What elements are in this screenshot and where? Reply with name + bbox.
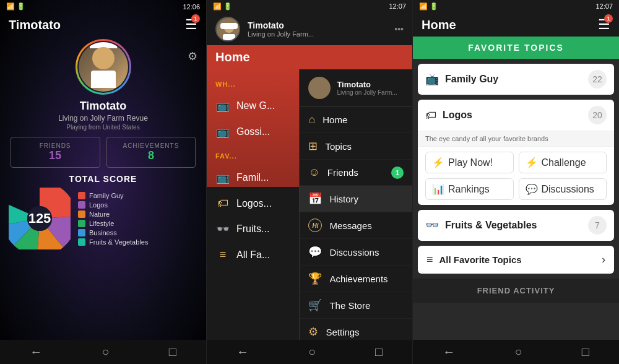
menu-label-all: All Fa... — [236, 249, 270, 261]
home-label: Home — [322, 115, 347, 125]
topic-count-logos: 20 — [588, 106, 607, 124]
sidebar-item-home[interactable]: ⌂ Home — [300, 107, 412, 133]
recent-button-2[interactable]: □ — [375, 345, 383, 359]
home-button-3[interactable]: ○ — [514, 345, 522, 359]
back-button-1[interactable]: ← — [30, 345, 42, 359]
discussions-label: Discussions — [329, 247, 379, 258]
home-button-1[interactable]: ○ — [102, 345, 109, 359]
panel2-user-info: Timotato Living on Jolly Farm... — [248, 20, 314, 38]
topic-count-fruits: 7 — [588, 216, 607, 235]
play-now-button[interactable]: ⚡ Play Now! — [425, 152, 514, 173]
friend-activity-bar: FRIEND ACTIVITY — [413, 279, 619, 303]
avatar — [79, 42, 128, 92]
pie-chart: 125 — [9, 188, 71, 249]
panel2-fav-header: FAV... — [207, 147, 299, 165]
topic-name-fruits: Fruits & Vegetables — [445, 220, 582, 231]
challenge-button[interactable]: ⚡ Challenge — [519, 152, 607, 173]
legend-dot-logos — [78, 201, 85, 209]
status-bar-2: 📶 🔋 12:07 — [207, 0, 412, 13]
sidebar-item-history[interactable]: 📅 History — [300, 186, 412, 212]
score-value: 125 — [28, 210, 51, 227]
legend-dot-nature — [78, 210, 85, 218]
achievements-icon: 🏆 — [308, 272, 322, 285]
back-button-3[interactable]: ← — [443, 345, 455, 359]
legend-label-0: Family Guy — [89, 192, 124, 199]
sidebar-item-achievements[interactable]: 🏆 Achievements — [300, 266, 412, 292]
discussions-icon: 💬 — [308, 245, 322, 259]
total-score-section: TOTAL SCORE 125 — [0, 174, 206, 249]
discussions-button[interactable]: 💬 Discussions — [519, 178, 607, 200]
friends-badge: 1 — [391, 167, 404, 179]
friend-activity-label: FRIEND ACTIVITY — [422, 286, 610, 295]
legend-label-5: Fruits & Vegetables — [89, 238, 148, 246]
friends-icon: ☺ — [308, 166, 319, 179]
recent-button-1[interactable]: □ — [169, 345, 176, 359]
sidebar-item-store[interactable]: 🛒 The Store — [300, 292, 412, 319]
legend-label-1: Logos — [89, 201, 108, 209]
bottom-nav-3: ← ○ □ — [413, 340, 619, 364]
panel3-notification[interactable]: ☰ 1 — [598, 17, 610, 33]
sidebar-item-messages[interactable]: Hi Messages — [300, 212, 412, 239]
user-name: Timotato — [80, 100, 127, 113]
topics-icon: ⊞ — [308, 139, 318, 153]
play-now-label: Play Now! — [448, 157, 493, 168]
home-button-2[interactable]: ○ — [308, 345, 316, 359]
status-bar-3: 📶 🔋 12:07 — [413, 0, 619, 13]
sidebar-item-topics[interactable]: ⊞ Topics — [300, 133, 412, 160]
legend-item-1: Logos — [78, 201, 148, 209]
menu-item-new[interactable]: 📺 New G... — [207, 93, 299, 119]
panel2-home-title: Home — [215, 50, 404, 64]
all-favorite-topics-button[interactable]: ≡ All Favorite Topics › — [418, 246, 614, 274]
play-icon: ⚡ — [432, 157, 444, 168]
menu-item-all[interactable]: ≡ All Fa... — [207, 242, 299, 267]
topic-card-fruits: 👓 Fruits & Vegetables 7 — [418, 210, 614, 241]
list-icon-all: ≡ — [215, 248, 230, 261]
app-title: Timotato — [9, 18, 61, 32]
sidebar-avatar — [308, 77, 331, 99]
status-bar-1: 📶 🔋 12:06 — [0, 0, 206, 13]
total-score-title: TOTAL SCORE — [69, 174, 137, 184]
menu-item-fruits[interactable]: 👓 Fruits... — [207, 216, 299, 242]
panel-menu: 📶 🔋 12:07 Timotato Living on Jolly Farm.… — [206, 0, 413, 364]
sidebar-item-discussions[interactable]: 💬 Discussions — [300, 239, 412, 266]
legend-label-4: Business — [89, 229, 117, 236]
menu-item-family[interactable]: 📺 Famil... — [207, 165, 299, 191]
score-content: 125 Family Guy Logos Nature Lif — [9, 188, 197, 249]
eye-icon-fruits: 👓 — [215, 222, 230, 236]
achievements-label: ACHIEVEMENTS — [107, 142, 196, 149]
friends-label: FRIENDS — [11, 142, 100, 149]
sidebar-item-friends[interactable]: ☺ Friends 1 — [300, 160, 412, 186]
topic-name-logos: Logos — [443, 110, 582, 121]
user-location: Playing from United States — [66, 124, 139, 131]
avatar-head — [92, 47, 115, 69]
legend-item-3: Lifestyle — [78, 220, 148, 227]
panel3-title-bar: Home ☰ 1 — [413, 13, 619, 37]
menu-item-logos[interactable]: 🏷 Logos... — [207, 191, 299, 216]
messages-label: Messages — [329, 220, 371, 231]
legend-item-2: Nature — [78, 210, 148, 218]
header-icons: ☰ 1 — [185, 17, 197, 33]
rankings-icon: 📊 — [432, 183, 444, 195]
back-button-2[interactable]: ← — [236, 345, 249, 359]
achievements-count: 8 — [107, 149, 196, 162]
panel2-home-header: Home — [207, 45, 412, 69]
sidebar-menu: ⌂ Home ⊞ Topics ☺ Friends 1 📅 History — [300, 107, 412, 364]
history-label: History — [329, 194, 358, 204]
panel2-sidebar-overlay: Timotato Living on Jolly Farm... ⌂ Home … — [299, 69, 412, 364]
notification-count: 1 — [191, 14, 200, 23]
status-time-3: 12:07 — [595, 2, 613, 11]
notification-badge[interactable]: ☰ 1 — [185, 17, 197, 33]
glasses-icon-fruits: 👓 — [425, 219, 439, 232]
panel2-header-dots: ••• — [394, 24, 404, 34]
panel2-userstatus: Living on Jolly Farm... — [248, 30, 314, 38]
rankings-button[interactable]: 📊 Rankings — [425, 178, 514, 200]
recent-button-3[interactable]: □ — [582, 345, 589, 359]
svg-rect-10 — [220, 23, 238, 29]
achievements-stat[interactable]: ACHIEVEMENTS 8 — [106, 137, 196, 168]
legend-dot-familyguy — [78, 192, 85, 199]
menu-item-gossip[interactable]: 📺 Gossi... — [207, 119, 299, 145]
rankings-label: Rankings — [448, 184, 490, 195]
friends-stat[interactable]: FRIENDS 15 — [11, 137, 100, 168]
sidebar-header: Timotato Living on Jolly Farm... — [300, 69, 412, 107]
menu-label-gossip: Gossi... — [236, 126, 270, 137]
